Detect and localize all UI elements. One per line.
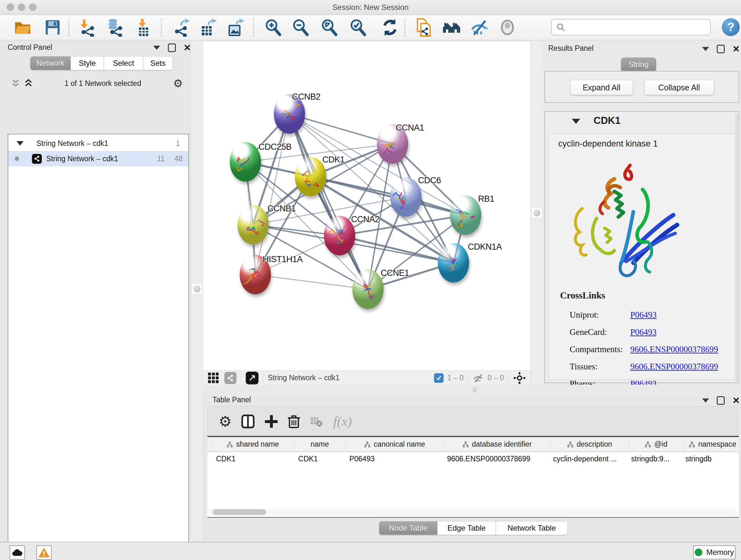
panel-float-icon[interactable] — [717, 45, 725, 53]
collection-expander-icon[interactable] — [17, 141, 23, 145]
network-node[interactable] — [295, 157, 326, 196]
horizontal-splitter-handle[interactable] — [472, 386, 477, 392]
help-icon[interactable]: ? — [722, 18, 740, 36]
refresh-icon[interactable] — [381, 17, 400, 37]
fit-selected-move-icon[interactable] — [513, 372, 526, 384]
export-network-icon[interactable] — [173, 17, 192, 37]
collapse-all-chevrons-icon[interactable] — [11, 78, 20, 88]
birdseye-view-icon[interactable] — [224, 372, 237, 384]
panel-menu-icon[interactable] — [702, 398, 709, 402]
network-node[interactable] — [230, 142, 261, 182]
hidden-eye-slash-icon[interactable] — [473, 373, 484, 383]
right-splitter[interactable] — [531, 40, 543, 385]
right-splitter-handle[interactable] — [531, 207, 542, 219]
create-column-plus-icon[interactable] — [264, 415, 278, 428]
search-field[interactable] — [551, 19, 711, 36]
left-splitter[interactable] — [190, 40, 204, 540]
table-hscrollbar[interactable] — [208, 509, 736, 516]
tab-node-table[interactable]: Node Table — [379, 521, 437, 535]
collapse-all-button[interactable]: Collapse All — [644, 80, 714, 95]
import-network-file-icon[interactable] — [78, 17, 97, 37]
network-node[interactable] — [450, 195, 481, 235]
network-row[interactable]: String Network – cdk1 11 48 — [8, 151, 188, 166]
table-settings-gear-icon[interactable]: ⚙ — [219, 413, 232, 430]
show-columns-icon[interactable] — [241, 414, 255, 429]
delete-table-icon[interactable] — [310, 416, 322, 427]
panel-menu-icon[interactable] — [153, 46, 160, 50]
tab-style[interactable]: Style — [71, 56, 104, 70]
zoom-selected-icon[interactable] — [348, 17, 367, 37]
column-header--id[interactable]: @id — [629, 437, 684, 451]
network-node[interactable] — [390, 177, 421, 217]
open-session-icon[interactable] — [13, 17, 32, 37]
panel-menu-icon[interactable] — [702, 47, 709, 51]
expand-all-chevrons-icon[interactable] — [24, 78, 32, 88]
home-pair-icon[interactable] — [442, 17, 461, 37]
expand-all-button[interactable]: Expand All — [570, 80, 633, 95]
results-scrollbar[interactable] — [735, 114, 738, 382]
network-node[interactable] — [238, 205, 269, 245]
gene-section: CDK1 cyclin-dependent kinase 1 — [544, 111, 739, 383]
open-in-new-icon[interactable] — [246, 372, 259, 384]
zoom-in-icon[interactable] — [264, 17, 283, 37]
table-cell: cyclin-dependent ... — [549, 452, 627, 465]
network-node[interactable] — [438, 243, 469, 283]
hide-panel-eye-slash-icon[interactable] — [470, 17, 489, 37]
column-header-namespace[interactable]: namespace — [684, 437, 739, 451]
search-input[interactable] — [568, 22, 710, 32]
crosslink-value-link[interactable]: 9606.ENSP00000378699 — [630, 345, 718, 354]
toolbar-separator — [404, 18, 405, 37]
string-document-icon[interactable] — [414, 17, 434, 37]
crosslink-value-link[interactable]: P06493 — [630, 310, 657, 320]
crosslink-value-link[interactable]: 9606.ENSP00000378699 — [630, 362, 718, 372]
section-expander-icon[interactable] — [572, 119, 580, 124]
network-edge-count: 48 — [174, 154, 183, 163]
table-hscrollbar-thumb[interactable] — [212, 509, 266, 515]
export-image-icon[interactable] — [226, 17, 246, 37]
delete-column-trash-icon[interactable] — [287, 414, 300, 429]
show-eye-icon[interactable] — [498, 17, 517, 37]
column-header-name[interactable]: name — [294, 437, 346, 451]
network-view-toolbar: String Network – cdk1 1 – 0 0 – 0 — [203, 370, 530, 385]
zoom-out-icon[interactable] — [291, 17, 310, 37]
tab-sets[interactable]: Sets — [143, 56, 173, 70]
function-builder-fx[interactable]: f(x) — [333, 414, 352, 429]
network-options-gear-icon[interactable]: ⚙ — [173, 77, 183, 90]
tab-network[interactable]: Network — [30, 56, 71, 70]
left-splitter-handle[interactable] — [192, 284, 202, 294]
panel-float-icon[interactable] — [717, 396, 725, 405]
hidden-counts: 0 – 0 — [488, 374, 504, 382]
gene-detail-box: cyclin-dependent kinase 1 — [549, 133, 736, 380]
network-collection-row[interactable]: String Network – cdk1 1 — [8, 136, 188, 151]
panel-float-icon[interactable] — [168, 44, 176, 52]
application-window: Session: New Session — [0, 0, 741, 560]
tab-network-table[interactable]: Network Table — [496, 521, 568, 535]
warnings-button[interactable] — [37, 545, 52, 560]
control-panel-title: Control Panel — [8, 43, 52, 52]
save-session-icon[interactable] — [43, 17, 62, 37]
horizontal-splitter[interactable] — [203, 385, 741, 394]
column-header-database-identifier[interactable]: database identifier — [444, 437, 550, 451]
panel-close-icon[interactable]: ✕ — [732, 46, 740, 52]
network-canvas[interactable]: CCNB2CCNA1CDC25BCDK1CDC6RB1CCNB1CCNA2CDK… — [203, 42, 530, 370]
zoom-fit-icon[interactable] — [320, 17, 339, 37]
tab-string[interactable]: String — [621, 57, 656, 71]
column-header-canonical-name[interactable]: canonical name — [346, 437, 444, 451]
network-node[interactable] — [352, 269, 384, 309]
import-network-database-icon[interactable] — [105, 17, 125, 37]
column-header-shared-name[interactable]: shared name — [212, 437, 294, 451]
export-table-icon[interactable] — [199, 17, 218, 37]
panel-close-icon[interactable]: ✕ — [732, 397, 740, 404]
memory-button[interactable]: Memory — [693, 545, 736, 559]
tab-edge-table[interactable]: Edge Table — [437, 521, 496, 535]
table-row[interactable]: CDK1CDK1P064939606.ENSP00000378699cyclin… — [207, 452, 739, 465]
cloud-status-button[interactable] — [10, 545, 25, 560]
grid-view-icon[interactable] — [208, 372, 219, 384]
selected-checkbox-icon[interactable] — [434, 373, 444, 383]
column-header-description[interactable]: description — [550, 437, 629, 451]
tab-select[interactable]: Select — [104, 56, 143, 70]
crosslink-value-link[interactable]: P06493 — [630, 327, 657, 337]
network-node[interactable] — [324, 216, 355, 255]
panel-close-icon[interactable]: ✕ — [184, 45, 191, 51]
import-table-icon[interactable] — [134, 17, 153, 37]
